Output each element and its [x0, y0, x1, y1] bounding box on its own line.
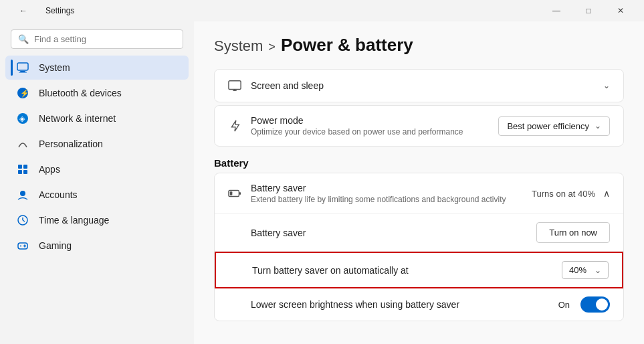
percent-dropdown[interactable]: 40% ⌄: [562, 261, 609, 279]
battery-row-auto: Turn battery saver on automatically at 4…: [215, 252, 623, 288]
sidebar-item-apps[interactable]: Apps: [5, 157, 189, 181]
apps-icon: [16, 163, 29, 176]
sidebar-item-accounts[interactable]: Accounts: [5, 183, 189, 207]
battery-saver-icon: [228, 187, 241, 200]
minimize-button[interactable]: —: [541, 0, 572, 21]
turn-on-action: Turn on now: [536, 222, 610, 243]
power-mode-dropdown[interactable]: Best power efficiency ⌄: [498, 116, 610, 136]
svg-rect-9: [18, 170, 22, 174]
search-icon: 🔍: [18, 34, 29, 44]
svg-rect-8: [23, 165, 27, 169]
personalization-icon: [16, 137, 29, 151]
battery-saver-chevron-up: ∧: [603, 188, 610, 199]
percent-chevron: ⌄: [595, 266, 601, 275]
search-input[interactable]: [34, 34, 176, 44]
gaming-icon: [16, 239, 29, 252]
power-mode-card[interactable]: Power mode Optimize your device based on…: [214, 105, 624, 147]
app-body: 🔍 System ⚡ Bluetooth &: [0, 21, 644, 344]
sidebar-item-label-network: Network & internet: [39, 113, 116, 124]
sidebar-item-gaming[interactable]: Gaming: [5, 234, 189, 258]
page-header: System > Power & battery: [214, 35, 624, 56]
sidebar-item-label-time: Time & language: [39, 215, 109, 226]
turns-on-label: Turns on at 40%: [532, 189, 595, 199]
time-icon: [16, 213, 29, 227]
screen-sleep-card[interactable]: Screen and sleep ⌄: [214, 69, 624, 102]
maximize-button[interactable]: □: [573, 0, 604, 21]
brightness-on-label: On: [558, 300, 570, 310]
titlebar-controls: — □ ✕: [541, 0, 636, 21]
screen-sleep-chevron: ⌄: [603, 81, 610, 90]
brightness-action: On: [558, 296, 610, 313]
battery-saver-header[interactable]: Battery saver Extend battery life by lim…: [215, 173, 623, 213]
svg-rect-23: [230, 191, 233, 195]
screen-sleep-icon: [228, 79, 241, 92]
sidebar-item-label-bluetooth: Bluetooth & devices: [39, 88, 122, 98]
breadcrumb-chevron: >: [268, 40, 276, 54]
search-box[interactable]: 🔍: [11, 29, 183, 49]
titlebar: ← Settings — □ ✕: [0, 0, 644, 21]
svg-rect-0: [17, 63, 28, 70]
sidebar-item-system[interactable]: System: [5, 56, 189, 80]
system-icon: [16, 61, 29, 74]
brightness-label: Lower screen brightness when using batte…: [251, 299, 550, 310]
battery-saver-card: Battery saver Extend battery life by lim…: [214, 173, 624, 321]
svg-rect-2: [19, 72, 27, 73]
power-mode-action[interactable]: Best power efficiency ⌄: [498, 116, 610, 136]
page-title: Power & battery: [281, 35, 413, 56]
turn-on-now-button[interactable]: Turn on now: [536, 222, 610, 243]
battery-saver-meta: Battery saver Extend battery life by lim…: [251, 183, 522, 204]
power-mode-icon: [228, 119, 241, 133]
battery-saver-rows: Battery saver Turn on now Turn battery s…: [215, 213, 623, 321]
power-mode-value: Best power efficiency: [507, 121, 589, 131]
power-mode-subtitle: Optimize your device based on power use …: [251, 127, 489, 137]
battery-section-label: Battery: [214, 157, 624, 169]
battery-row-brightness: Lower screen brightness when using batte…: [215, 288, 623, 321]
app-title: Settings: [45, 6, 74, 15]
sidebar-item-time[interactable]: Time & language: [5, 208, 189, 232]
close-button[interactable]: ✕: [605, 0, 636, 21]
screen-sleep-content: Screen and sleep: [251, 80, 594, 92]
brightness-toggle[interactable]: [580, 296, 610, 313]
content-area: System > Power & battery Screen and slee…: [194, 21, 644, 344]
svg-rect-10: [23, 170, 27, 174]
svg-line-14: [23, 220, 25, 222]
accounts-icon: [16, 188, 29, 201]
auto-turn-on-label: Turn battery saver on automatically at: [252, 265, 554, 276]
power-mode-chevron: ⌄: [595, 121, 601, 131]
back-button[interactable]: ←: [8, 0, 39, 21]
battery-saver-title: Battery saver: [251, 183, 522, 193]
svg-rect-22: [239, 192, 241, 195]
svg-text:◈: ◈: [19, 114, 25, 122]
sidebar-item-label-accounts: Accounts: [39, 189, 78, 200]
sidebar-item-label-system: System: [39, 62, 70, 73]
bluetooth-icon: ⚡: [16, 86, 29, 100]
svg-point-11: [20, 191, 25, 196]
sidebar-item-personalization[interactable]: Personalization: [5, 132, 189, 156]
sidebar: 🔍 System ⚡ Bluetooth &: [0, 21, 194, 344]
svg-text:⚡: ⚡: [20, 88, 29, 98]
screen-sleep-label: Screen and sleep: [251, 80, 324, 91]
network-icon: ◈: [16, 112, 29, 125]
active-indicator: [11, 60, 13, 76]
sidebar-item-label-gaming: Gaming: [39, 240, 72, 251]
auto-turn-on-action: 40% ⌄: [562, 261, 609, 279]
percent-value: 40%: [569, 265, 586, 275]
sidebar-item-label-apps: Apps: [39, 164, 60, 175]
sidebar-item-bluetooth[interactable]: ⚡ Bluetooth & devices: [5, 81, 189, 105]
battery-saver-subtitle: Extend battery life by limiting some not…: [251, 195, 522, 204]
battery-saver-right: Turns on at 40% ∧: [532, 188, 610, 199]
sidebar-item-network[interactable]: ◈ Network & internet: [5, 106, 189, 131]
titlebar-left: ← Settings: [8, 0, 74, 21]
power-mode-label: Power mode: [251, 115, 489, 126]
battery-row-turn-on: Battery saver Turn on now: [215, 214, 623, 252]
svg-rect-7: [18, 165, 22, 169]
breadcrumb-system: System: [214, 37, 263, 55]
power-mode-content: Power mode Optimize your device based on…: [251, 115, 489, 137]
battery-saver-row-label: Battery saver: [251, 228, 528, 238]
sidebar-item-label-personalization: Personalization: [39, 139, 103, 149]
